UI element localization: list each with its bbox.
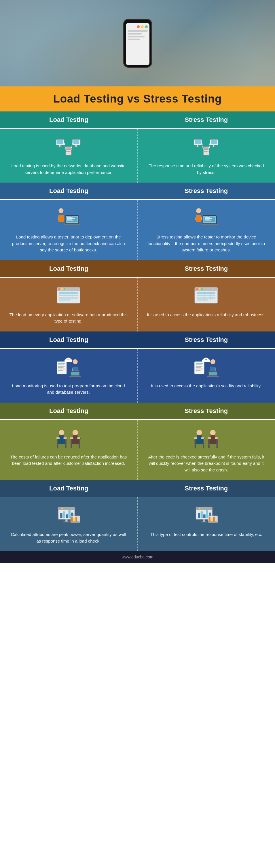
section-3-left-icon (56, 356, 82, 379)
section-3-left-text: Load monitoring is used to test program … (9, 383, 128, 396)
svg-rect-131 (72, 435, 78, 441)
svg-rect-168 (65, 519, 68, 522)
section-0: Load Testing Stress Testing (0, 112, 275, 183)
section-2-header: Load Testing Stress Testing (0, 260, 275, 277)
section-4-left-label: Load Testing (49, 407, 88, 415)
svg-rect-75 (197, 294, 215, 296)
svg-rect-165 (68, 510, 70, 518)
section-0-right-header: Stress Testing (138, 112, 275, 128)
section-4-right-body: After the code is checked stressfully an… (138, 420, 275, 480)
svg-rect-101 (196, 368, 203, 369)
svg-rect-95 (64, 360, 72, 362)
svg-rect-41 (67, 219, 72, 220)
svg-point-103 (211, 359, 215, 364)
svg-point-29 (208, 148, 209, 148)
section-4-left-icon (56, 427, 82, 450)
svg-point-61 (64, 288, 65, 290)
svg-rect-81 (58, 363, 65, 364)
section-4-left-text: The costs of failures can be reduced aft… (9, 454, 128, 467)
svg-rect-90 (71, 372, 79, 375)
svg-rect-50 (205, 217, 210, 218)
svg-rect-7 (74, 147, 78, 147)
section-5-body: Calculated attributes are peak power, se… (0, 497, 275, 551)
svg-rect-65 (59, 299, 70, 301)
svg-point-73 (201, 288, 203, 290)
section-4: Load Testing Stress Testing (0, 403, 275, 480)
svg-point-160 (61, 508, 63, 509)
section-5-right-header: Stress Testing (138, 480, 275, 497)
section-2-left-body: The load on every application or softwar… (0, 278, 138, 332)
section-2-right-header: Stress Testing (138, 260, 275, 277)
svg-rect-100 (196, 367, 201, 368)
section-1: Load Testing Stress Testing (0, 183, 275, 260)
svg-point-14 (70, 151, 70, 152)
svg-rect-190 (209, 517, 211, 522)
svg-rect-84 (58, 367, 63, 368)
svg-rect-192 (213, 517, 215, 522)
svg-rect-53 (205, 221, 211, 221)
section-1-header: Load Testing Stress Testing (0, 183, 275, 199)
svg-rect-98 (196, 364, 202, 365)
svg-rect-99 (196, 366, 203, 367)
svg-rect-23 (213, 145, 214, 147)
svg-rect-85 (58, 368, 65, 369)
svg-rect-39 (67, 217, 72, 218)
svg-point-119 (59, 430, 64, 435)
svg-rect-97 (196, 363, 203, 364)
svg-point-45 (196, 208, 201, 213)
svg-rect-111 (203, 360, 210, 362)
section-1-left-icon (56, 207, 82, 230)
svg-rect-162 (60, 513, 62, 518)
section-0-left-label: Load Testing (49, 116, 88, 124)
svg-rect-106 (209, 372, 217, 375)
svg-point-12 (70, 148, 70, 148)
svg-point-13 (70, 149, 70, 150)
svg-point-161 (63, 508, 65, 509)
section-2-right-body: It is used to access the application's r… (138, 278, 275, 332)
svg-point-178 (197, 508, 199, 509)
section-2-right-label: Stress Testing (185, 265, 228, 273)
section-3: Load Testing Stress Testing (0, 332, 275, 403)
svg-rect-183 (203, 514, 206, 518)
section-4-right-header: Stress Testing (138, 403, 275, 419)
section-2-body: The load on every application or softwar… (0, 277, 275, 332)
section-0-right-icon (193, 136, 219, 159)
svg-rect-77 (197, 299, 208, 301)
svg-rect-1 (57, 140, 63, 144)
section-0-right-body: The response time and reliability of the… (138, 129, 275, 183)
phone-mockup (123, 19, 152, 68)
svg-rect-18 (195, 140, 201, 144)
svg-point-30 (208, 149, 209, 150)
svg-rect-76 (197, 297, 215, 299)
section-1-right-header: Stress Testing (138, 183, 275, 199)
title-banner: Load Testing vs Stress Testing (0, 86, 275, 112)
footer: www.educba.com (0, 551, 275, 563)
section-0-right-label: Stress Testing (185, 116, 228, 124)
svg-rect-153 (211, 435, 215, 441)
svg-rect-46 (196, 215, 202, 222)
svg-rect-181 (198, 513, 200, 518)
svg-rect-22 (211, 140, 217, 144)
svg-point-72 (199, 288, 201, 290)
section-4-left-body: The costs of failures can be reduced aft… (0, 420, 138, 480)
svg-rect-51 (205, 218, 213, 219)
svg-rect-24 (212, 147, 215, 147)
svg-rect-124 (70, 444, 72, 448)
svg-point-59 (58, 288, 60, 290)
section-2-left-icon (56, 284, 82, 308)
section-0-left-header: Load Testing (0, 112, 138, 128)
section-3-right-icon (193, 356, 219, 379)
section-3-right-header: Stress Testing (138, 332, 275, 348)
section-5-left-text: Calculated attributes are peak power, se… (9, 531, 128, 544)
section-2-left-label: Load Testing (49, 265, 88, 273)
svg-rect-114 (65, 444, 66, 448)
svg-rect-63 (59, 294, 78, 296)
svg-rect-5 (73, 140, 79, 144)
svg-rect-136 (203, 444, 204, 448)
section-4-body: The costs of failures can be reduced aft… (0, 419, 275, 480)
svg-point-87 (72, 359, 78, 364)
section-1-left-label: Load Testing (49, 187, 88, 195)
svg-rect-171 (71, 517, 73, 522)
svg-rect-6 (75, 145, 77, 147)
svg-rect-164 (66, 514, 68, 518)
